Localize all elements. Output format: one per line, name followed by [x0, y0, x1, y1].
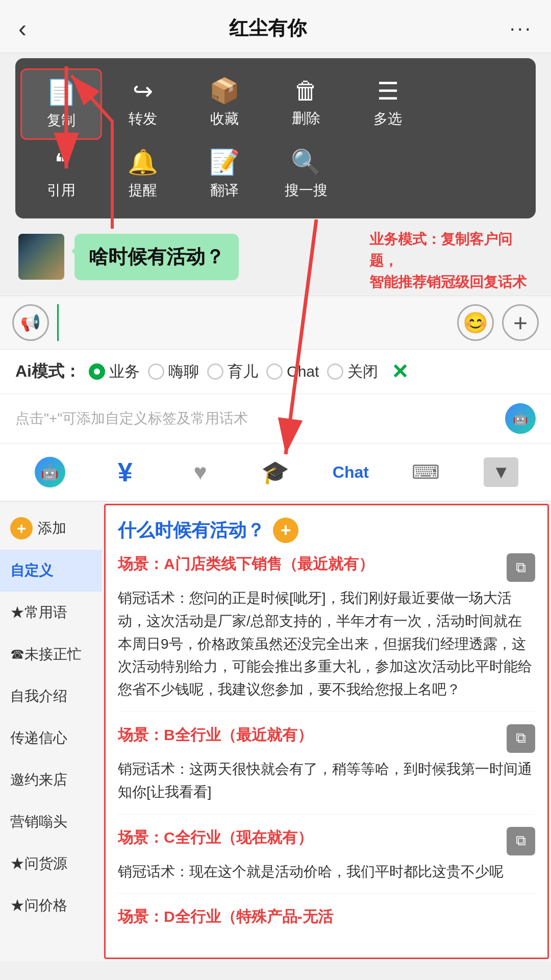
mode-off-label: 关闭 — [347, 361, 378, 382]
sidebar-invite-label: 邀约来店 — [10, 770, 67, 790]
sidebar-item-missed[interactable]: ☎未接正忙 — [0, 633, 102, 675]
copy-menu-label: 复制 — [47, 111, 76, 130]
scene-label-c: 场景：C全行业（现在就有） — [118, 827, 502, 848]
copy-icon-a: ⧉ — [516, 559, 526, 576]
menu-item-delete[interactable]: 🗑 删除 — [265, 68, 347, 140]
sidebar-intro-label: 自我介绍 — [10, 687, 67, 706]
scene-header-d: 场景：D全行业（特殊产品-无活 — [118, 906, 535, 927]
menu-item-forward[interactable]: ↪ 转发 — [102, 68, 184, 140]
scene-header-c: 场景：C全行业（现在就有） ⧉ — [118, 827, 535, 855]
tool-yuan[interactable]: ¥ — [87, 452, 162, 493]
top-nav: ‹ 红尘有你 ··· — [0, 0, 551, 53]
keyboard-icon: ⌨ — [412, 461, 440, 483]
add-icon: + — [513, 309, 528, 337]
quote-menu-label: 引用 — [47, 181, 76, 200]
remind-menu-label: 提醒 — [129, 181, 157, 200]
menu-item-remind[interactable]: 🔔 提醒 — [102, 140, 184, 208]
script-text-c: 销冠话术：现在这个就是活动价哈，我们平时都比这贵不少呢 — [118, 861, 535, 884]
remind-menu-icon: 🔔 — [128, 148, 158, 177]
add-button[interactable]: + — [502, 304, 539, 341]
chat-bubble: 啥时候有活动？ — [74, 234, 239, 280]
scene-block-a: 场景：A门店类线下销售（最近就有） ⧉ 销冠话术：您问的正是时候[呲牙]，我们刚… — [118, 553, 535, 712]
add-circle-icon: + — [10, 517, 33, 540]
radio-parenting[interactable] — [207, 363, 223, 380]
sidebar-item-price[interactable]: ★问价格 — [0, 885, 102, 926]
sidebar-common-label: ★常用语 — [10, 603, 67, 622]
sidebar-item-confidence[interactable]: 传递信心 — [0, 717, 102, 759]
menu-item-favorite[interactable]: 📦 收藏 — [184, 68, 265, 140]
mode-haichat-label: 嗨聊 — [168, 361, 199, 382]
menu-item-translate[interactable]: 📝 翻译 — [184, 140, 265, 208]
emoji-icon: 😊 — [463, 311, 488, 335]
more-button[interactable]: ··· — [510, 17, 533, 40]
menu-item-copy[interactable]: 📄 复制 — [20, 68, 102, 140]
forward-menu-icon: ↪ — [133, 77, 153, 105]
sidebar-item-source[interactable]: ★问货源 — [0, 843, 102, 885]
menu-item-quote[interactable]: ❝ 引用 — [20, 140, 102, 208]
ai-mode-label: Ai模式： — [15, 360, 81, 383]
sidebar-custom-label: 自定义 — [10, 561, 53, 580]
sidebar-item-intro[interactable]: 自我介绍 — [0, 675, 102, 717]
ai-mode-bar: Ai模式： 业务 嗨聊 育儿 Chat 关闭 ✕ — [0, 350, 551, 394]
avatar — [18, 234, 64, 280]
scene-block-c: 场景：C全行业（现在就有） ⧉ 销冠话术：现在这个就是活动价哈，我们平时都比这贵… — [118, 827, 535, 894]
emoji-button[interactable]: 😊 — [457, 304, 494, 341]
tool-dropdown[interactable]: ▼ — [464, 452, 539, 493]
mode-business[interactable]: 业务 — [89, 361, 140, 382]
quote-menu-icon: ❝ — [55, 148, 68, 177]
chat-area: 啥时候有活动？ 业务模式：复制客户问题，智能推荐销冠级回复话术 — [0, 218, 551, 296]
chatbot-icon: 🤖 — [35, 457, 65, 487]
tool-chat-bot[interactable]: 🤖 — [12, 452, 87, 493]
voice-button[interactable]: 📢 — [12, 304, 49, 341]
scene-label-d: 场景：D全行业（特殊产品-无活 — [118, 906, 535, 927]
search-menu-icon: 🔍 — [291, 148, 321, 177]
favorite-menu-icon: 📦 — [209, 77, 240, 105]
right-panel: 什么时候有活动？ + 场景：A门店类线下销售（最近就有） ⧉ 销冠话术：您问的正… — [104, 504, 549, 959]
tool-keyboard[interactable]: ⌨ — [388, 452, 463, 493]
yuan-icon: ¥ — [118, 457, 133, 487]
translate-menu-icon: 📝 — [209, 148, 240, 177]
sidebar-item-custom[interactable]: 自定义 — [0, 550, 102, 592]
sidebar-confidence-label: 传递信心 — [10, 728, 67, 748]
message-input[interactable] — [57, 304, 449, 341]
menu-item-multiselect[interactable]: ☰ 多选 — [347, 68, 429, 140]
mode-chat[interactable]: Chat — [266, 363, 319, 380]
graduation-hat-icon: 🎓 — [261, 459, 289, 485]
radio-chat[interactable] — [266, 363, 283, 380]
question-title: 什么时候有活动？ — [118, 518, 265, 543]
tool-chat-text[interactable]: Chat — [313, 452, 388, 493]
delete-menu-icon: 🗑 — [294, 77, 318, 105]
copy-button-b[interactable]: ⧉ — [507, 724, 535, 753]
mode-haichat[interactable]: 嗨聊 — [148, 361, 199, 382]
sidebar-add-button[interactable]: + 添加 — [0, 507, 102, 550]
context-menu: 📄 复制 ↪ 转发 📦 收藏 🗑 删除 ☰ 多选 ❝ — [15, 58, 536, 218]
multiselect-menu-label: 多选 — [373, 109, 402, 129]
mode-off[interactable]: 关闭 — [327, 361, 378, 382]
mode-parenting[interactable]: 育儿 — [207, 361, 258, 382]
scene-header-a: 场景：A门店类线下销售（最近就有） ⧉ — [118, 553, 535, 582]
sidebar-item-invite[interactable]: 邀约来店 — [0, 759, 102, 801]
tool-heart[interactable]: ♥ — [163, 452, 238, 493]
radio-business[interactable] — [89, 363, 105, 380]
chat-ai-icon[interactable]: 🤖 — [505, 403, 536, 434]
sidebar-item-common[interactable]: ★常用语 — [0, 592, 102, 633]
copy-button-c[interactable]: ⧉ — [507, 827, 535, 855]
chat-annotation: 业务模式：复制客户问题，智能推荐销冠级回复话术 — [369, 229, 533, 293]
radio-off[interactable] — [327, 363, 343, 380]
question-add-button[interactable]: + — [273, 518, 298, 543]
back-button[interactable]: ‹ — [18, 14, 27, 42]
mode-chat-label: Chat — [287, 363, 319, 380]
heart-icon: ♥ — [193, 459, 207, 485]
sidebar-item-marketing[interactable]: 营销嗡头 — [0, 801, 102, 843]
question-header: 什么时候有活动？ + — [118, 518, 535, 543]
ai-close-button[interactable]: ✕ — [391, 360, 409, 383]
tool-hat[interactable]: 🎓 — [238, 452, 313, 493]
copy-menu-icon: 📄 — [46, 78, 77, 107]
radio-haichat[interactable] — [148, 363, 164, 380]
hint-text: 点击"+"可添加自定义标签及常用话术 — [15, 409, 248, 428]
scene-header-b: 场景：B全行业（最近就有） ⧉ — [118, 724, 535, 753]
page-title: 红尘有你 — [229, 15, 307, 41]
menu-item-search[interactable]: 🔍 搜一搜 — [265, 140, 347, 208]
sidebar-add-label: 添加 — [38, 519, 66, 538]
copy-button-a[interactable]: ⧉ — [507, 553, 535, 582]
